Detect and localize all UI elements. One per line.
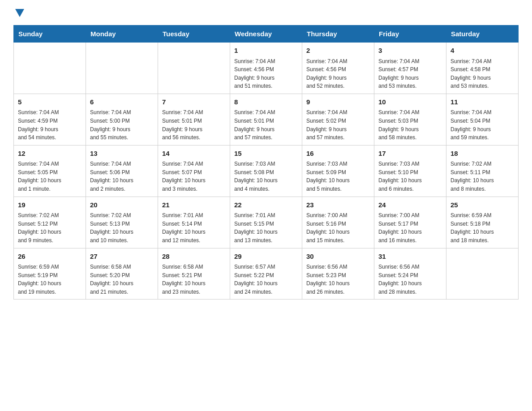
logo <box>13 9 24 17</box>
day-number: 26 <box>18 252 82 262</box>
day-number: 29 <box>234 252 298 262</box>
calendar-cell: 25Sunrise: 6:59 AM Sunset: 5:18 PM Dayli… <box>446 197 519 248</box>
day-info: Sunrise: 7:03 AM Sunset: 5:10 PM Dayligh… <box>378 160 442 193</box>
calendar-cell: 22Sunrise: 7:01 AM Sunset: 5:15 PM Dayli… <box>230 197 302 248</box>
day-info: Sunrise: 7:04 AM Sunset: 5:01 PM Dayligh… <box>234 108 298 141</box>
day-info: Sunrise: 6:56 AM Sunset: 5:24 PM Dayligh… <box>378 263 442 296</box>
calendar-cell: 6Sunrise: 7:04 AM Sunset: 5:00 PM Daylig… <box>86 94 158 145</box>
day-info: Sunrise: 7:04 AM Sunset: 4:56 PM Dayligh… <box>306 57 370 90</box>
calendar-cell <box>14 43 86 94</box>
day-info: Sunrise: 7:04 AM Sunset: 5:00 PM Dayligh… <box>90 108 154 141</box>
day-number: 17 <box>378 149 442 159</box>
day-number: 16 <box>306 149 370 159</box>
week-row-5: 26Sunrise: 6:59 AM Sunset: 5:19 PM Dayli… <box>14 248 519 300</box>
calendar-cell: 7Sunrise: 7:04 AM Sunset: 5:01 PM Daylig… <box>158 94 230 145</box>
calendar-cell: 8Sunrise: 7:04 AM Sunset: 5:01 PM Daylig… <box>230 94 302 145</box>
day-info: Sunrise: 6:56 AM Sunset: 5:23 PM Dayligh… <box>306 263 370 296</box>
day-number: 11 <box>450 97 514 107</box>
calendar-cell: 11Sunrise: 7:04 AM Sunset: 5:04 PM Dayli… <box>446 94 519 145</box>
day-info: Sunrise: 6:59 AM Sunset: 5:18 PM Dayligh… <box>450 211 514 244</box>
day-info: Sunrise: 7:04 AM Sunset: 4:56 PM Dayligh… <box>234 57 298 90</box>
calendar-cell <box>158 43 230 94</box>
svg-marker-0 <box>15 9 24 17</box>
calendar-cell: 28Sunrise: 6:58 AM Sunset: 5:21 PM Dayli… <box>158 248 230 300</box>
calendar-cell: 17Sunrise: 7:03 AM Sunset: 5:10 PM Dayli… <box>374 145 446 197</box>
day-info: Sunrise: 6:58 AM Sunset: 5:20 PM Dayligh… <box>90 263 154 296</box>
day-info: Sunrise: 6:59 AM Sunset: 5:19 PM Dayligh… <box>18 263 82 296</box>
calendar-table: SundayMondayTuesdayWednesdayThursdayFrid… <box>13 25 519 300</box>
day-number: 10 <box>378 97 442 107</box>
day-info: Sunrise: 7:04 AM Sunset: 4:58 PM Dayligh… <box>450 57 514 90</box>
day-info: Sunrise: 7:04 AM Sunset: 5:07 PM Dayligh… <box>162 160 226 193</box>
day-number: 1 <box>234 46 298 56</box>
day-number: 21 <box>162 200 226 210</box>
calendar-cell: 19Sunrise: 7:02 AM Sunset: 5:12 PM Dayli… <box>14 197 86 248</box>
logo-triangle-icon <box>15 9 24 17</box>
day-number: 5 <box>18 97 82 107</box>
header-saturday: Saturday <box>446 26 519 43</box>
page-header <box>13 9 519 17</box>
day-number: 3 <box>378 46 442 56</box>
day-info: Sunrise: 7:04 AM Sunset: 5:03 PM Dayligh… <box>378 108 442 141</box>
day-number: 20 <box>90 200 154 210</box>
header-thursday: Thursday <box>302 26 374 43</box>
calendar-cell: 23Sunrise: 7:00 AM Sunset: 5:16 PM Dayli… <box>302 197 374 248</box>
day-number: 22 <box>234 200 298 210</box>
day-number: 7 <box>162 97 226 107</box>
day-number: 8 <box>234 97 298 107</box>
calendar-cell: 31Sunrise: 6:56 AM Sunset: 5:24 PM Dayli… <box>374 248 446 300</box>
day-info: Sunrise: 7:04 AM Sunset: 5:04 PM Dayligh… <box>450 108 514 141</box>
calendar-cell: 30Sunrise: 6:56 AM Sunset: 5:23 PM Dayli… <box>302 248 374 300</box>
calendar-cell: 10Sunrise: 7:04 AM Sunset: 5:03 PM Dayli… <box>374 94 446 145</box>
day-number: 13 <box>90 149 154 159</box>
day-number: 18 <box>450 149 514 159</box>
day-info: Sunrise: 7:02 AM Sunset: 5:13 PM Dayligh… <box>90 211 154 244</box>
day-number: 23 <box>306 200 370 210</box>
calendar-cell: 13Sunrise: 7:04 AM Sunset: 5:06 PM Dayli… <box>86 145 158 197</box>
day-number: 28 <box>162 252 226 262</box>
day-number: 30 <box>306 252 370 262</box>
calendar-cell: 1Sunrise: 7:04 AM Sunset: 4:56 PM Daylig… <box>230 43 302 94</box>
day-number: 14 <box>162 149 226 159</box>
week-row-4: 19Sunrise: 7:02 AM Sunset: 5:12 PM Dayli… <box>14 197 519 248</box>
calendar-cell: 14Sunrise: 7:04 AM Sunset: 5:07 PM Dayli… <box>158 145 230 197</box>
calendar-cell: 18Sunrise: 7:02 AM Sunset: 5:11 PM Dayli… <box>446 145 519 197</box>
day-info: Sunrise: 7:01 AM Sunset: 5:14 PM Dayligh… <box>162 211 226 244</box>
calendar-cell: 4Sunrise: 7:04 AM Sunset: 4:58 PM Daylig… <box>446 43 519 94</box>
calendar-cell: 20Sunrise: 7:02 AM Sunset: 5:13 PM Dayli… <box>86 197 158 248</box>
calendar-cell: 24Sunrise: 7:00 AM Sunset: 5:17 PM Dayli… <box>374 197 446 248</box>
day-number: 24 <box>378 200 442 210</box>
day-number: 19 <box>18 200 82 210</box>
day-number: 9 <box>306 97 370 107</box>
header-monday: Monday <box>86 26 158 43</box>
week-row-3: 12Sunrise: 7:04 AM Sunset: 5:05 PM Dayli… <box>14 145 519 197</box>
calendar-cell: 26Sunrise: 6:59 AM Sunset: 5:19 PM Dayli… <box>14 248 86 300</box>
calendar-cell: 15Sunrise: 7:03 AM Sunset: 5:08 PM Dayli… <box>230 145 302 197</box>
calendar-cell <box>86 43 158 94</box>
week-row-1: 1Sunrise: 7:04 AM Sunset: 4:56 PM Daylig… <box>14 43 519 94</box>
day-info: Sunrise: 7:04 AM Sunset: 5:01 PM Dayligh… <box>162 108 226 141</box>
day-number: 25 <box>450 200 514 210</box>
header-wednesday: Wednesday <box>230 26 302 43</box>
day-number: 27 <box>90 252 154 262</box>
day-info: Sunrise: 7:04 AM Sunset: 4:59 PM Dayligh… <box>18 108 82 141</box>
day-info: Sunrise: 7:04 AM Sunset: 5:02 PM Dayligh… <box>306 108 370 141</box>
calendar-cell: 12Sunrise: 7:04 AM Sunset: 5:05 PM Dayli… <box>14 145 86 197</box>
day-number: 4 <box>450 46 514 56</box>
day-info: Sunrise: 7:03 AM Sunset: 5:08 PM Dayligh… <box>234 160 298 193</box>
calendar-cell: 3Sunrise: 7:04 AM Sunset: 4:57 PM Daylig… <box>374 43 446 94</box>
day-info: Sunrise: 7:04 AM Sunset: 4:57 PM Dayligh… <box>378 57 442 90</box>
day-info: Sunrise: 7:03 AM Sunset: 5:09 PM Dayligh… <box>306 160 370 193</box>
day-info: Sunrise: 7:04 AM Sunset: 5:05 PM Dayligh… <box>18 160 82 193</box>
day-info: Sunrise: 6:58 AM Sunset: 5:21 PM Dayligh… <box>162 263 226 296</box>
day-number: 12 <box>18 149 82 159</box>
calendar-cell: 5Sunrise: 7:04 AM Sunset: 4:59 PM Daylig… <box>14 94 86 145</box>
header-friday: Friday <box>374 26 446 43</box>
day-number: 31 <box>378 252 442 262</box>
calendar-header-row: SundayMondayTuesdayWednesdayThursdayFrid… <box>14 26 519 43</box>
header-tuesday: Tuesday <box>158 26 230 43</box>
day-info: Sunrise: 7:00 AM Sunset: 5:16 PM Dayligh… <box>306 211 370 244</box>
calendar-cell <box>446 248 519 300</box>
day-number: 2 <box>306 46 370 56</box>
day-info: Sunrise: 7:00 AM Sunset: 5:17 PM Dayligh… <box>378 211 442 244</box>
